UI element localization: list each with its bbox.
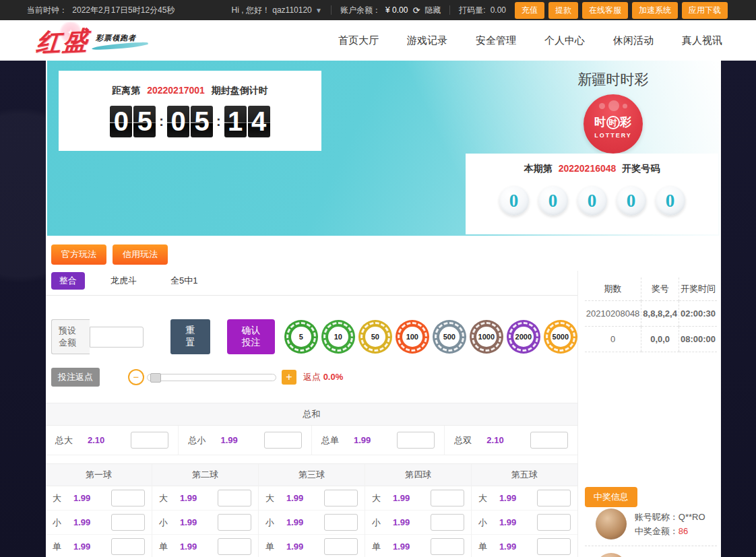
- sub-tab[interactable]: 龙虎斗: [102, 272, 145, 290]
- balance-label: 账户余额：: [340, 5, 381, 16]
- bet-amount-input[interactable]: [111, 490, 145, 506]
- reset-button[interactable]: 重置: [170, 319, 210, 354]
- refresh-balance-icon[interactable]: ⟳: [412, 5, 420, 15]
- bet-amount-input[interactable]: [218, 538, 251, 555]
- bet-amount-input[interactable]: [111, 514, 145, 531]
- sidebar: 期数奖号开奖时间 202102080488,8,8,2,402:00:3000,…: [578, 271, 721, 557]
- winners-list: 账号昵称：Q**RO中奖金额：86账号昵称：1**c中奖金额：20账号昵称：W*…: [585, 502, 717, 557]
- bet-amount-input[interactable]: [131, 432, 168, 449]
- user-greeting[interactable]: Hi , 您好！ qaz110120 ▼: [232, 5, 322, 16]
- bet-label: 小: [53, 517, 61, 529]
- lottery-name: 新疆时时彩: [546, 70, 681, 89]
- rebate-slider[interactable]: [147, 374, 276, 381]
- chip-100[interactable]: 100: [396, 320, 429, 354]
- bet-amount-input[interactable]: [431, 490, 464, 506]
- countdown-digit: 1: [224, 106, 247, 137]
- chip-500[interactable]: 500: [433, 320, 466, 354]
- bet-amount-input[interactable]: [397, 432, 435, 449]
- tab-official-play[interactable]: 官方玩法: [51, 244, 106, 265]
- rebate-plus-button[interactable]: +: [282, 370, 296, 385]
- turnover-label: 打码量:: [459, 5, 485, 16]
- bet-label: 总单: [321, 434, 339, 447]
- bet-odds: 2.10: [486, 435, 503, 445]
- bet-label: 小: [478, 517, 487, 529]
- logo-text: 红盛: [35, 24, 91, 60]
- chip-10[interactable]: 10: [321, 320, 355, 354]
- sub-tab[interactable]: 全5中1: [162, 272, 206, 290]
- bet-row: 大1.99: [46, 486, 152, 511]
- bet-row: 小1.99: [365, 511, 471, 535]
- bet-row: 小1.99: [472, 511, 577, 535]
- withdraw-button[interactable]: 提款: [548, 2, 578, 19]
- sum-bet-cell: 总小1.99: [179, 426, 311, 455]
- nav-item[interactable]: 个人中心: [544, 34, 585, 47]
- bet-odds: 1.99: [286, 517, 303, 527]
- confirm-bet-button[interactable]: 确认投注: [227, 319, 275, 354]
- countdown-issue: 20220217001: [147, 85, 205, 96]
- bet-label: 单: [159, 541, 168, 553]
- bet-amount-input[interactable]: [218, 514, 251, 531]
- bet-row: 单1.99: [472, 535, 577, 557]
- bet-amount-input[interactable]: [537, 514, 571, 531]
- ball-column: 第五球大1.99小1.99单1.99双1.9909.90: [472, 464, 577, 557]
- bet-amount-input[interactable]: [537, 538, 571, 555]
- chip-5000[interactable]: 5000: [544, 320, 577, 354]
- rebate-control: 投注返点 − + 返点 0.0%: [51, 368, 577, 387]
- main-menu: 首页大厅游戏记录安全管理个人中心休闲活动真人视讯: [338, 34, 722, 47]
- chip-selector: 51050100500100020005000: [284, 320, 577, 354]
- bet-amount-input[interactable]: [537, 490, 571, 506]
- online-service-button[interactable]: 在线客服: [582, 2, 628, 19]
- tab-credit-play[interactable]: 信用玩法: [113, 244, 168, 265]
- nav-item[interactable]: 休闲活动: [613, 34, 654, 47]
- bet-amount-input[interactable]: [431, 538, 464, 555]
- bet-amount-input[interactable]: [530, 432, 568, 449]
- app-download-button[interactable]: 应用下载: [682, 2, 728, 19]
- bet-label: 大: [159, 492, 168, 504]
- chip-1000[interactable]: 1000: [470, 320, 503, 354]
- deposit-button[interactable]: 充值: [515, 2, 544, 19]
- bet-row: 小1.99: [46, 511, 152, 535]
- draw-title: 本期第 20220216048 开奖号码: [466, 163, 718, 175]
- sum-bets-section: 总和 总大2.10总小1.99总单1.99总双2.10: [46, 403, 577, 455]
- site-logo[interactable]: ✦ 红盛 彩票领跑者: [27, 22, 168, 59]
- rebate-slider-handle[interactable]: [150, 373, 161, 383]
- draw-prefix: 本期第: [524, 163, 553, 174]
- topbar: 当前时钟： 2022年2月17日5时12分45秒 Hi , 您好！ qaz110…: [0, 0, 756, 20]
- bet-amount-input[interactable]: [431, 514, 464, 531]
- booster-button[interactable]: 加速系统: [632, 2, 678, 19]
- bet-amount-input[interactable]: [324, 514, 358, 531]
- nav-item[interactable]: 首页大厅: [338, 34, 379, 47]
- draw-balls: 00000: [466, 186, 718, 216]
- bet-label: 大: [265, 492, 274, 504]
- ball-column: 第三球大1.99小1.99单1.99双1.9909.90: [259, 464, 365, 557]
- lottery-brand: 新疆时时彩 时时彩 LOTTERY: [546, 70, 681, 154]
- preset-amount-input[interactable]: [90, 327, 144, 348]
- countdown-digit: 4: [248, 106, 270, 137]
- sub-tab[interactable]: 整合: [51, 272, 85, 290]
- results-row: 00,0,008:00:00: [585, 327, 717, 352]
- bet-label: 大: [478, 492, 487, 504]
- chip-5[interactable]: 5: [284, 320, 318, 354]
- bet-label: 总小: [188, 434, 206, 447]
- sum-section-title: 总和: [46, 403, 577, 426]
- bet-amount-input[interactable]: [264, 432, 302, 449]
- chip-value: 50: [365, 327, 385, 347]
- nav-item[interactable]: 真人视讯: [682, 34, 722, 47]
- chip-value: 2000: [513, 327, 534, 347]
- bet-amount-input[interactable]: [111, 538, 145, 555]
- countdown-digit: 0: [110, 106, 132, 137]
- bet-odds: 1.99: [499, 542, 516, 552]
- rebate-minus-button[interactable]: −: [128, 369, 144, 385]
- chip-50[interactable]: 50: [358, 320, 392, 354]
- hide-balance-link[interactable]: 隐藏: [424, 5, 441, 16]
- winner-name-label: 账号昵称：: [635, 512, 679, 522]
- bet-label: 小: [265, 517, 274, 529]
- bet-amount-input[interactable]: [324, 538, 358, 555]
- chip-2000[interactable]: 2000: [507, 320, 540, 354]
- bet-amount-input[interactable]: [324, 490, 358, 506]
- nav-item[interactable]: 游戏记录: [407, 34, 447, 47]
- lottery-banner: 距离第 20220217001 期封盘倒计时 05:05:14 新疆时时彩 时时…: [47, 61, 720, 236]
- nav-item[interactable]: 安全管理: [476, 34, 516, 47]
- bet-amount-input[interactable]: [218, 490, 251, 506]
- ball-column-title: 第三球: [259, 464, 365, 486]
